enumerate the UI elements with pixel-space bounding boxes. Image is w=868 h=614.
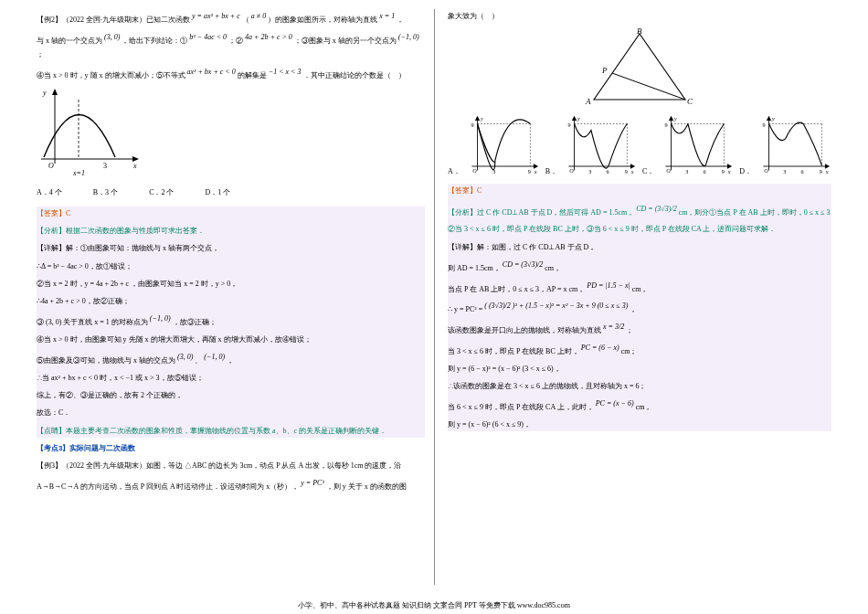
tip-label: 【点睛】本题主要考查二次函数的图象和性质，掌握抛物线的位置与系数 a、b、c 的… xyxy=(37,424,425,438)
opt-d-label: D． xyxy=(739,164,752,178)
opt-a-label: A． xyxy=(448,164,460,178)
column-right: 象大致为（ ） B A C P A． xyxy=(434,9,831,585)
svg-text:3: 3 xyxy=(103,162,107,170)
opt-a-chart: 9 3 9 O x y xyxy=(468,114,540,178)
svg-text:3: 3 xyxy=(492,169,495,175)
svg-text:x: x xyxy=(132,162,137,170)
sym: x = 3/2 xyxy=(603,323,626,331)
analysis-label: 【分析】根据二次函数的图象与性质即可求出答案． xyxy=(37,224,425,238)
text: 该函数图象是开口向上的抛物线，对称轴为直线 xyxy=(448,326,601,334)
svg-marker-15 xyxy=(534,164,538,169)
text: ， xyxy=(397,16,404,24)
sol: −1 < x < 3 xyxy=(269,68,302,76)
analysis-r1: 【分析】过 C 作 CD⊥AB 于点 D，然后可得 AD = 1.5cm， CD… xyxy=(448,202,831,219)
analysis-r2: ②当 3 < x ≤ 6 时，即点 P 在线段 BC 上时，③当 6 < x ≤… xyxy=(448,222,831,236)
svg-marker-1 xyxy=(52,89,58,95)
svg-text:y: y xyxy=(771,116,775,122)
svg-text:O: O xyxy=(472,168,477,174)
detail-2: ∴Δ = b² − 4ac > 0，故①错误； xyxy=(37,259,425,273)
svg-text:O: O xyxy=(569,168,574,174)
detail-10: 故选：C． xyxy=(37,406,425,419)
text: ，给出下列结论：① xyxy=(122,37,187,45)
answer-block-left: 【答案】C 【分析】根据二次函数的图象与性质即可求出答案． 【详解】解：①由图象… xyxy=(37,206,425,438)
detail-9: 综上，有②、③是正确的，故有 2 个正确的， xyxy=(37,388,425,402)
svg-text:x: x xyxy=(534,169,537,175)
svg-text:y: y xyxy=(577,116,580,122)
svg-marker-40 xyxy=(727,164,732,169)
detail-r2: 当点 P 在 AB 上时，0 ≤ x ≤ 3，AP = x cm， PD = |… xyxy=(448,279,831,296)
detail-5: ③ (3, 0) 关于直线 x = 1 的对称点为 (−1, 0) ，故③正确； xyxy=(37,312,425,329)
pt: (3, 0) xyxy=(177,353,195,361)
detail-8: ∴当 ax² + bx + c < 0 时，x < −1 或 x > 3，故⑤错… xyxy=(37,371,425,385)
page-footer: 小学、初中、高中各种试卷真题 知识归纳 文案合同 PPT 等免费下载 www.d… xyxy=(0,600,868,610)
ydef: y = PC² xyxy=(301,479,326,487)
answer-block-right: 【答案】C 【分析】过 C 作 CD⊥AB 于点 D，然后可得 AD = 1.5… xyxy=(448,184,831,431)
ex2-options: A．4 个 B．3 个 C．2 个 D．1 个 xyxy=(37,185,425,199)
svg-marker-25 xyxy=(572,116,577,121)
svg-marker-38 xyxy=(669,116,673,121)
text: ；② xyxy=(228,37,243,45)
svg-marker-53 xyxy=(825,164,830,169)
svg-marker-27 xyxy=(630,164,635,169)
svg-text:9: 9 xyxy=(528,169,531,175)
text: 【例2】（2022 全国·九年级期末）已知二次函数 xyxy=(37,16,192,24)
svg-text:6: 6 xyxy=(704,169,706,175)
ex2-line1: 【例2】（2022 全国·九年级期末）已知二次函数 y = ax² + bx +… xyxy=(37,9,425,26)
pt1: (3, 0) xyxy=(104,33,122,41)
detail-r4: 该函数图象是开口向上的抛物线，对称轴为直线 x = 3/2 ； xyxy=(448,320,831,337)
detail-r9: 则 y = (x − 6)² (6 < x ≤ 9)， xyxy=(448,418,831,431)
answer-label-r: 【答案】C xyxy=(448,184,831,197)
detail-r1: 则 AD = 1.5cm， CD = (3√3)/2 cm， xyxy=(448,258,831,275)
text: 、 xyxy=(195,356,202,365)
ex3-line2: A→B→C→A 的方向运动，当点 P 回到点 A 时运动停止．设运动时间为 x（… xyxy=(37,476,425,493)
svg-text:y: y xyxy=(673,116,677,122)
detail-6: ④当 x > 0 时，由图象可知 y 先随 x 的增大而增大，再随 x 的增大而… xyxy=(37,333,425,346)
text: ，则 y 关于 x 的函数的图 xyxy=(326,482,407,491)
detail-r0: 【详解】解：如图，过 C 作 CD⊥AB 于点 D， xyxy=(448,240,831,254)
yexpr: ( (3√3)/2 )² + (1.5 − x)² = x² − 3x + 9 … xyxy=(484,302,628,310)
column-left: 【例2】（2022 全国·九年级期末）已知二次函数 y = ax² + bx +… xyxy=(37,9,434,585)
ineq: ax² + bx + c < 0 xyxy=(187,68,236,76)
concl2: 4a + 2b + c > 0 xyxy=(245,33,294,41)
text: ； xyxy=(626,326,633,334)
detail-r6: 则 y = (6 − x)² = (x − 6)² (3 < x ≤ 6)， xyxy=(448,362,831,376)
text: ）的图象如图所示，对称轴为直线 xyxy=(268,16,377,24)
opt-c-chart: 9 3 6 9 O x y xyxy=(662,114,734,178)
svg-text:9: 9 xyxy=(722,169,725,175)
svg-text:3: 3 xyxy=(783,169,786,175)
label-B: B xyxy=(637,26,642,36)
detail-r8: 当 6 < x ≤ 9 时，即点 P 在线段 CA 上，此时， PC = (x … xyxy=(448,397,831,414)
text: ； xyxy=(37,50,44,58)
text: A→B→C→A 的方向运动，当点 P 回到点 A 时运动停止．设运动时间为 x（… xyxy=(37,482,299,491)
svg-text:y: y xyxy=(42,89,47,97)
text: 【分析】过 C 作 CD⊥AB 于点 D，然后可得 AD = 1.5cm， xyxy=(448,207,634,216)
pt: (−1, 0) xyxy=(204,353,227,361)
concl1: b² − 4ac < 0 xyxy=(189,33,228,41)
text: ∴ y = PC² = xyxy=(448,305,484,313)
svg-line-11 xyxy=(612,73,685,100)
svg-text:3: 3 xyxy=(588,169,591,175)
text: 与 x 轴的一个交点为 xyxy=(37,37,104,45)
text: ③ (3, 0) 关于直线 x = 1 的对称点为 xyxy=(37,318,150,326)
svg-marker-51 xyxy=(767,116,771,121)
opt-b: B．3 个 xyxy=(93,185,118,199)
text: 当点 P 在 AB 上时，0 ≤ x ≤ 3，AP = x cm， xyxy=(448,284,585,292)
svg-text:9: 9 xyxy=(665,122,668,128)
svg-text:y: y xyxy=(480,116,483,122)
text: ， xyxy=(227,356,234,365)
opt-c-label: C． xyxy=(642,164,654,178)
detail-4: ∴4a + 2b + c > 0，故②正确； xyxy=(37,294,425,308)
text: ， xyxy=(630,305,637,313)
svg-marker-10 xyxy=(594,34,685,100)
svg-text:x: x xyxy=(825,169,829,175)
label-P: P xyxy=(601,66,608,75)
detail-7: ⑤由图象及③可知，抛物线与 x 轴的交点为 (3, 0) 、 (−1, 0) ， xyxy=(37,350,425,367)
svg-text:O: O xyxy=(48,162,54,170)
opt-c: C．2 个 xyxy=(149,185,174,199)
frac: CD = (3√3)/2 xyxy=(636,205,678,213)
svg-text:3: 3 xyxy=(686,169,689,175)
triangle-figure: B A C P xyxy=(580,26,699,109)
svg-text:9: 9 xyxy=(820,169,822,175)
opt-d-chart: 9 3 6 9 O x y xyxy=(759,114,831,178)
pd: PD = |1.5 − x| xyxy=(587,281,631,290)
